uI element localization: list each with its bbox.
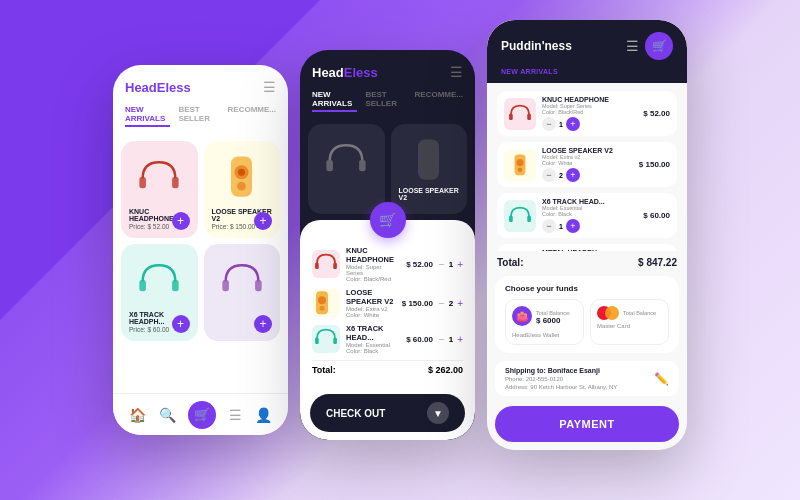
phone-right: Puddin'ness ☰ 🛒 NEW ARRIVALS KNUC HEADPH… (487, 20, 687, 450)
qty-plus-2[interactable]: + (457, 298, 463, 309)
checkout-arrow-icon: ▼ (427, 402, 449, 424)
rp-minus-1[interactable]: − (542, 117, 556, 131)
phones-container: HeadEless ☰ NEW ARRIVALS BEST SELLER REC… (103, 30, 697, 470)
rp-img-1 (504, 98, 536, 130)
svg-rect-7 (172, 280, 179, 291)
mid-cart-item-1: KNUC HEADPHONE Model: Super Series Color… (312, 246, 463, 282)
add-knuc-button[interactable]: + (172, 212, 190, 230)
qty-minus-3[interactable]: − (439, 334, 445, 345)
list-icon[interactable]: ☰ (229, 407, 242, 423)
rp-cart-item-3: X6 TRACK HEAD... Model: Essential Color:… (497, 193, 677, 238)
mid-cart-info-3: X6 TRACK HEAD... Model: Essential Color:… (346, 324, 400, 354)
mid-product-img-2 (399, 132, 460, 187)
left-bottom-nav: 🏠 🔍 🛒 ☰ 👤 (113, 393, 288, 435)
mid-cart-img-2 (312, 289, 340, 317)
product-card-4[interactable]: + (204, 244, 281, 341)
mid-product-1 (308, 124, 385, 214)
mid-nav-tabs: NEW ARRIVALS BEST SELLER RECOMME... (300, 86, 475, 120)
home-icon[interactable]: 🏠 (129, 407, 146, 423)
right-hamburger-icon[interactable]: ☰ (626, 38, 639, 54)
product-img-x6 (129, 252, 190, 307)
svg-rect-27 (509, 216, 513, 222)
left-nav-tabs: NEW ARRIVALS BEST SELLER RECOMME... (113, 101, 288, 135)
svg-rect-16 (333, 263, 337, 269)
mastercard-icon (597, 306, 619, 320)
mid-tab-best-seller[interactable]: BEST SELLER (365, 90, 406, 112)
svg-point-5 (237, 181, 246, 190)
checkout-button[interactable]: CHECK OUT ▼ (310, 394, 465, 432)
rp-qty-3: − 1 + (542, 219, 637, 233)
mid-product-img-1 (316, 132, 377, 187)
mid-product-2: LOOSE SPEAKER V2 (391, 124, 468, 214)
mid-header: HeadEless ☰ (300, 50, 475, 86)
right-nav: NEW ARRIVALS (487, 68, 687, 83)
product-card-knuc[interactable]: KNUC HEADPHONE Price: $ 52.00 + (121, 141, 198, 238)
rp-minus-3[interactable]: − (542, 219, 556, 233)
tab-best-seller[interactable]: BEST SELLER (178, 105, 219, 127)
left-products-grid: KNUC HEADPHONE Price: $ 52.00 + LOOSE SP… (113, 135, 288, 347)
shipping-address: Address: 90 Ketch Harbour St. Albany, NY (505, 384, 617, 390)
svg-rect-20 (315, 338, 319, 344)
right-title: Puddin'ness (501, 39, 572, 53)
shipping-title: Shipping to: Boniface Esanji (505, 367, 617, 374)
tab-recommend[interactable]: RECOMME... (228, 105, 276, 127)
add-x6-button[interactable]: + (172, 315, 190, 333)
rp-cart-item-2: LOOSE SPEAKER V2 Model: Extra v2 Color: … (497, 142, 677, 187)
wallet-option[interactable]: 👛 Total Balance: $ 6000 HeadEless Wallet (505, 299, 584, 345)
mid-tab-new-arrivals[interactable]: NEW ARRIVALS (312, 90, 357, 112)
qty-minus-1[interactable]: − (439, 259, 445, 270)
right-content: KNUC HEADPHONE Model: Super Series Color… (487, 83, 687, 251)
product-card-speaker[interactable]: LOOSE SPEAKER V2 Price: $ 150.00 + (204, 141, 281, 238)
mid-cart-icon[interactable]: 🛒 (370, 202, 406, 238)
cart-icon-active[interactable]: 🛒 (188, 401, 216, 429)
svg-point-14 (424, 164, 433, 173)
mastercard-option[interactable]: Total Balance Master Card (590, 299, 669, 345)
svg-point-4 (238, 168, 245, 175)
right-payment-section: Choose your funds 👛 Total Balance: $ 600… (495, 276, 679, 353)
svg-point-18 (318, 296, 326, 304)
svg-rect-28 (527, 216, 531, 222)
qty-plus-3[interactable]: + (457, 334, 463, 345)
payment-options: 👛 Total Balance: $ 6000 HeadEless Wallet (505, 299, 669, 345)
svg-rect-9 (255, 280, 262, 291)
rp-plus-3[interactable]: + (566, 219, 580, 233)
hamburger-icon[interactable]: ☰ (263, 79, 276, 95)
add-speaker-button[interactable]: + (254, 212, 272, 230)
qty-plus-1[interactable]: + (457, 259, 463, 270)
left-header: HeadEless ☰ (113, 65, 288, 101)
phone-mid: HeadEless ☰ NEW ARRIVALS BEST SELLER REC… (300, 50, 475, 440)
tab-new-arrivals[interactable]: NEW ARRIVALS (125, 105, 170, 127)
mid-cart-item-2: LOOSE SPEAKER V2 Model: Extra v2 Color: … (312, 288, 463, 318)
right-cart-icon[interactable]: 🛒 (645, 32, 673, 60)
svg-rect-15 (315, 263, 319, 269)
rp-img-2 (504, 149, 536, 181)
rp-minus-2[interactable]: − (542, 168, 556, 182)
right-header: Puddin'ness ☰ 🛒 (487, 20, 687, 68)
mid-qty-ctrl-1: − 1 + (439, 259, 463, 270)
rp-cart-item-4: METAL HEADPH... Model: Essential Color: … (497, 244, 677, 251)
rp-img-3 (504, 200, 536, 232)
mid-cart-img-3 (312, 325, 340, 353)
rp-plus-2[interactable]: + (566, 168, 580, 182)
rp-qty-2: − 2 + (542, 168, 633, 182)
user-icon[interactable]: 👤 (255, 407, 272, 423)
svg-rect-10 (327, 160, 334, 171)
qty-minus-2[interactable]: − (439, 298, 445, 309)
mid-hamburger-icon[interactable]: ☰ (450, 64, 463, 80)
mid-tab-recommend[interactable]: RECOMME... (415, 90, 463, 112)
add-4-button[interactable]: + (254, 315, 272, 333)
left-logo: HeadEless (125, 80, 191, 95)
svg-rect-8 (222, 280, 229, 291)
svg-point-25 (516, 158, 523, 165)
payment-button[interactable]: PAYMENT (495, 406, 679, 442)
product-card-x6[interactable]: X6 TRACK HEADPH... Price: $ 60.00 + (121, 244, 198, 341)
svg-rect-21 (333, 338, 337, 344)
mid-cart-total: Total: $ 262.00 (312, 360, 463, 379)
mid-qty-ctrl-3: − 1 + (439, 334, 463, 345)
rp-plus-1[interactable]: + (566, 117, 580, 131)
rp-info-1: KNUC HEADPHONE Model: Super Series Color… (542, 96, 637, 131)
search-icon[interactable]: 🔍 (159, 407, 176, 423)
rp-info-2: LOOSE SPEAKER V2 Model: Extra v2 Color: … (542, 147, 633, 182)
rp-cart-item-1: KNUC HEADPHONE Model: Super Series Color… (497, 91, 677, 136)
edit-icon[interactable]: ✏️ (654, 372, 669, 386)
